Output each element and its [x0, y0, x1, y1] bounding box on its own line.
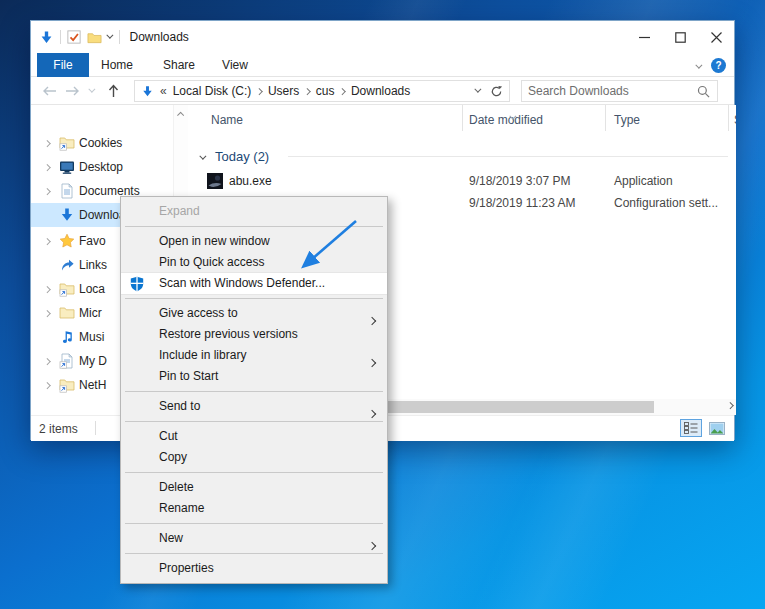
properties-check-icon[interactable] — [67, 30, 81, 44]
menu-item-pin-to-start[interactable]: Pin to Start — [121, 366, 387, 387]
menu-item-cut[interactable]: Cut — [121, 426, 387, 447]
large-icons-view-button[interactable] — [706, 419, 728, 437]
forward-button[interactable] — [62, 77, 82, 105]
breadcrumb-chevron-icon — [305, 89, 310, 94]
close-button[interactable] — [698, 21, 734, 53]
up-button[interactable] — [103, 77, 123, 105]
sort-indicator-chevron-icon — [511, 107, 516, 121]
customize-toolbar-chevron-icon[interactable] — [107, 32, 113, 38]
search-box[interactable] — [521, 80, 718, 102]
file-row-abu-exe[interactable]: abu.exe 9/18/2019 3:07 PM Application — [189, 171, 736, 193]
sidebar-item-cookies[interactable]: Cookies — [31, 131, 173, 155]
menu-item-rename[interactable]: Rename — [121, 498, 387, 519]
breadcrumb-segment[interactable]: Local Disk (C:) — [173, 84, 252, 98]
expand-chevron-icon[interactable] — [45, 359, 50, 364]
maximize-button[interactable] — [662, 21, 698, 53]
menu-item-copy[interactable]: Copy — [121, 447, 387, 468]
collapse-group-chevron-icon[interactable] — [201, 154, 206, 159]
star-icon — [59, 233, 75, 249]
window-controls — [626, 21, 734, 53]
tab-view[interactable]: View — [213, 53, 257, 77]
recent-locations-chevron-icon[interactable] — [85, 77, 99, 105]
annotation-arrow — [288, 208, 368, 278]
music-note-icon — [59, 329, 75, 345]
scroll-right-arrow-icon[interactable] — [728, 403, 733, 408]
expand-chevron-icon[interactable] — [45, 189, 50, 194]
sidebar-item-desktop[interactable]: Desktop — [31, 155, 173, 179]
folder-shortcut-icon — [59, 377, 75, 393]
submenu-chevron-icon — [369, 535, 375, 556]
menu-item-send-to[interactable]: Send to — [121, 396, 387, 417]
document-icon — [59, 183, 75, 199]
search-input[interactable] — [522, 84, 697, 98]
column-header-type[interactable]: Type — [606, 105, 729, 131]
search-icon[interactable] — [697, 85, 710, 98]
links-icon — [59, 257, 75, 273]
downloads-location-icon — [141, 85, 154, 98]
menu-separator — [125, 472, 383, 473]
menu-separator — [125, 553, 383, 554]
address-dropdown-chevron-icon[interactable] — [475, 86, 481, 92]
expand-ribbon-chevron-icon[interactable] — [696, 62, 702, 68]
breadcrumb-segment[interactable]: Downloads — [351, 84, 410, 98]
column-header-name[interactable]: Name — [189, 105, 463, 131]
menu-item-include-in-library[interactable]: Include in library — [121, 345, 387, 366]
menu-item-new[interactable]: New — [121, 528, 387, 549]
folder-shortcut-icon — [59, 135, 75, 151]
navigation-bar: « Local Disk (C:) Users cus Downloads — [31, 77, 734, 105]
expand-chevron-icon[interactable] — [45, 165, 50, 170]
file-date-modified: 9/18/2019 11:23 AM — [469, 196, 576, 210]
breadcrumb-overflow[interactable]: « — [160, 84, 167, 98]
items-count: 2 items — [39, 422, 78, 436]
expand-chevron-icon[interactable] — [45, 383, 50, 388]
toolbar-divider — [60, 30, 61, 44]
submenu-chevron-icon — [369, 403, 375, 424]
expand-chevron-icon[interactable] — [45, 141, 50, 146]
menu-item-delete[interactable]: Delete — [121, 477, 387, 498]
address-bar[interactable]: « Local Disk (C:) Users cus Downloads — [134, 80, 510, 102]
menu-separator — [125, 523, 383, 524]
refresh-icon[interactable] — [490, 85, 503, 98]
help-icon[interactable]: ? — [711, 58, 726, 73]
abu-exe-icon — [207, 173, 223, 189]
file-name[interactable]: abu.exe — [229, 174, 272, 188]
toolbar-divider — [119, 30, 120, 44]
column-header-size[interactable]: Size — [729, 105, 736, 131]
file-type: Application — [614, 174, 673, 188]
folder-shortcut-icon — [59, 281, 75, 297]
group-divider-line — [288, 156, 728, 157]
quick-access-toolbar — [31, 30, 120, 45]
title-bar[interactable]: Downloads — [31, 21, 734, 53]
menu-item-give-access-to[interactable]: Give access to — [121, 303, 387, 324]
file-type: Configuration sett... — [614, 196, 718, 210]
tab-share[interactable]: Share — [155, 53, 203, 77]
folder-icon — [59, 305, 75, 321]
desktop-icon — [59, 159, 75, 175]
menu-item-properties[interactable]: Properties — [121, 558, 387, 579]
group-header-today[interactable]: Today (2) — [189, 145, 736, 167]
minimize-button[interactable] — [626, 21, 662, 53]
breadcrumb-chevron-icon — [257, 89, 262, 94]
scroll-up-arrow-icon[interactable] — [177, 112, 183, 118]
menu-item-restore-previous-versions[interactable]: Restore previous versions — [121, 324, 387, 345]
back-button[interactable] — [39, 77, 59, 105]
details-view-button[interactable] — [680, 419, 702, 437]
window-title: Downloads — [130, 30, 189, 44]
breadcrumb-segment[interactable]: Users — [268, 84, 299, 98]
breadcrumb-chevron-icon — [340, 89, 345, 94]
expand-chevron-icon[interactable] — [45, 311, 50, 316]
column-header-date-modified[interactable]: Date modified — [463, 105, 606, 131]
menu-separator — [125, 421, 383, 422]
tab-file[interactable]: File — [37, 53, 89, 77]
expand-chevron-icon[interactable] — [45, 239, 50, 244]
document-shortcut-icon — [59, 353, 75, 369]
defender-shield-icon — [129, 276, 145, 292]
tab-home[interactable]: Home — [93, 53, 141, 77]
ribbon-tab-bar: File Home Share View ? — [31, 53, 734, 77]
downloads-icon — [59, 207, 75, 223]
new-folder-icon[interactable] — [87, 31, 102, 44]
menu-separator — [125, 298, 383, 299]
status-divider — [95, 421, 96, 435]
breadcrumb-segment[interactable]: cus — [316, 84, 335, 98]
expand-chevron-icon[interactable] — [45, 287, 50, 292]
